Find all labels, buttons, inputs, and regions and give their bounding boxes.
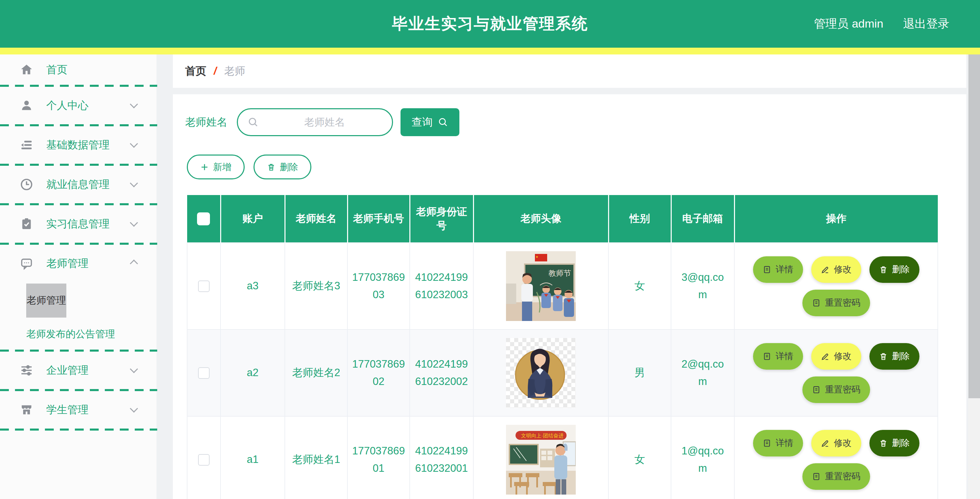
cell-gender: 女 <box>608 243 671 330</box>
delete-row-button[interactable]: 删除 <box>869 343 920 370</box>
column-header-gender: 性别 <box>608 195 671 243</box>
page-title: 毕业生实习与就业管理系统 <box>392 13 588 34</box>
sidebar-subitem-teacher-management-active[interactable]: 老师管理 <box>26 284 66 317</box>
delete-row-button-label: 删除 <box>892 437 910 449</box>
detail-button[interactable]: 详情 <box>753 430 803 456</box>
detail-button-label: 详情 <box>776 437 794 449</box>
sidebar-item-label: 首页 <box>46 63 67 77</box>
delete-row-button-label: 删除 <box>892 263 910 275</box>
chevron-down-icon <box>130 179 138 187</box>
reset-password-button[interactable]: 重置密码 <box>802 290 870 316</box>
clock-icon <box>20 178 33 191</box>
delete-row-button[interactable]: 删除 <box>869 430 920 456</box>
logout-link[interactable]: 退出登录 <box>903 16 950 32</box>
column-header-name: 老师姓名 <box>285 195 347 243</box>
classroom-teachers-day-photo: 教师节 <box>506 251 576 321</box>
breadcrumb: 首页 / 老师 <box>173 54 966 88</box>
column-header-phone: 老师手机号 <box>347 195 410 243</box>
sidebar-item-label: 企业管理 <box>46 363 89 378</box>
sidebar-subitem-label: 老师发布的公告管理 <box>26 327 115 341</box>
chevron-down-icon <box>130 365 138 373</box>
cell-account: a3 <box>221 243 285 330</box>
cell-account: a2 <box>221 330 285 416</box>
document-icon <box>812 472 821 481</box>
search-field-label: 老师姓名 <box>185 115 227 129</box>
sidebar-subitem-teacher-announcements[interactable]: 老师发布的公告管理 <box>0 321 156 348</box>
sidebar-item-label: 就业信息管理 <box>46 177 110 191</box>
table-row: a3 老师姓名3 17703786903 410224199610232003 <box>187 243 938 330</box>
detail-button[interactable]: 详情 <box>753 343 803 370</box>
reset-password-button[interactable]: 重置密码 <box>802 463 870 490</box>
yellow-accent-bar <box>0 48 980 54</box>
sidebar-item-employment-info[interactable]: 就业信息管理 <box>0 166 156 203</box>
cell-gender: 男 <box>608 330 671 416</box>
chevron-down-icon <box>130 100 138 108</box>
sidebar-item-personal-center[interactable]: 个人中心 <box>0 87 156 124</box>
teacher-avatar-image: 教师节 <box>506 251 576 321</box>
sidebar-item-label: 个人中心 <box>46 98 89 113</box>
chevron-down-icon <box>130 404 138 413</box>
teacher-list-panel: 老师姓名 查询 新增 <box>173 94 966 499</box>
sidebar-item-internship-info[interactable]: 实习信息管理 <box>0 205 156 243</box>
document-icon <box>762 265 772 274</box>
cell-email: 1@qq.com <box>679 443 727 477</box>
detail-button[interactable]: 详情 <box>753 256 803 283</box>
svg-text:教师节: 教师节 <box>549 269 571 277</box>
query-button-label: 查询 <box>412 115 433 129</box>
sidebar-item-teacher-management[interactable]: 老师管理 <box>0 245 156 282</box>
edit-button[interactable]: 修改 <box>811 343 861 370</box>
delete-button[interactable]: 删除 <box>253 155 311 179</box>
add-button[interactable]: 新增 <box>187 155 245 179</box>
row-checkbox[interactable] <box>198 367 210 379</box>
sidebar-subitem-label: 老师管理 <box>27 294 66 308</box>
teacher-avatar-image <box>506 338 576 408</box>
row-checkbox[interactable] <box>198 454 210 466</box>
edit-button-label: 修改 <box>834 263 852 275</box>
document-icon <box>762 352 772 361</box>
sidebar-item-label: 实习信息管理 <box>46 217 110 231</box>
row-checkbox[interactable] <box>198 281 210 292</box>
trash-icon <box>879 352 888 361</box>
sidebar-item-label: 基础数据管理 <box>46 138 110 152</box>
sidebar-item-enterprise-management[interactable]: 企业管理 <box>0 352 156 389</box>
plus-icon <box>200 163 209 172</box>
delete-row-button[interactable]: 删除 <box>869 256 920 283</box>
cell-email: 2@qq.com <box>679 356 727 390</box>
scrollbar-thumb[interactable] <box>969 54 980 398</box>
table-row: a1 老师姓名1 17703786901 410224199610232001 <box>187 416 938 499</box>
sidebar-divider <box>0 429 157 430</box>
search-icon <box>438 117 449 128</box>
sidebar-item-home[interactable]: 首页 <box>0 54 156 85</box>
cell-idcard: 410224199610232002 <box>413 356 471 390</box>
cell-gender: 女 <box>608 416 671 499</box>
select-all-checkbox[interactable] <box>197 212 210 225</box>
document-icon <box>812 298 821 308</box>
cell-account: a1 <box>221 416 285 499</box>
window-scrollbar[interactable] <box>969 54 980 499</box>
sliders-icon <box>20 363 33 377</box>
delete-row-button-label: 删除 <box>892 350 910 362</box>
cell-email: 3@qq.com <box>679 269 727 303</box>
edit-button-label: 修改 <box>834 350 852 362</box>
pencil-icon <box>821 265 830 274</box>
businesswoman-illustration <box>506 338 576 408</box>
trash-icon <box>267 163 275 172</box>
edit-button[interactable]: 修改 <box>811 430 861 456</box>
sidebar-item-student-management[interactable]: 学生管理 <box>0 391 156 429</box>
sidebar-item-base-data[interactable]: 基础数据管理 <box>0 126 156 164</box>
trash-icon <box>879 265 888 274</box>
data-list-icon <box>20 138 33 152</box>
main-content: 首页 / 老师 老师姓名 查询 <box>156 54 980 499</box>
chevron-down-icon <box>130 140 138 148</box>
edit-button[interactable]: 修改 <box>811 256 861 283</box>
query-button[interactable]: 查询 <box>401 108 460 136</box>
clipboard-icon <box>20 217 33 231</box>
search-input[interactable] <box>259 116 390 128</box>
edit-button-label: 修改 <box>834 437 852 449</box>
breadcrumb-separator: / <box>214 65 217 77</box>
reset-password-button[interactable]: 重置密码 <box>802 376 870 403</box>
sidebar-item-label: 老师管理 <box>46 256 89 271</box>
teacher-avatar-image: 文明向上·团结奋进 <box>506 425 576 494</box>
breadcrumb-home[interactable]: 首页 <box>185 64 206 78</box>
delete-button-label: 删除 <box>280 161 298 173</box>
